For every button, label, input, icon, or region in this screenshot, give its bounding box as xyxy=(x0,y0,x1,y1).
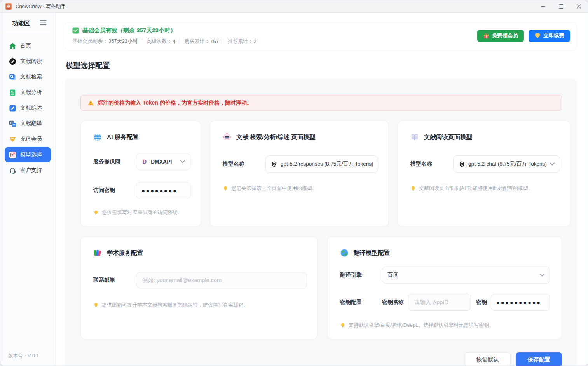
gift-icon xyxy=(483,33,489,39)
minimize-icon[interactable] xyxy=(534,0,552,12)
engine-value: 百度 xyxy=(387,272,398,279)
globe-icon xyxy=(93,133,102,141)
sidebar-item-label: 文献阅读 xyxy=(20,58,42,65)
page-model-select[interactable]: gpt-5.2-responses (8.75元/百万 Tokens) xyxy=(265,155,378,173)
engine-label: 翻译引擎 xyxy=(340,272,382,279)
reading-model-value: gpt-5.2-chat (8.75元/百万 Tokens) xyxy=(468,160,547,167)
sidebar-item-search[interactable]: 文献检索 xyxy=(5,69,51,85)
openai-logo-icon xyxy=(271,161,277,167)
pen-circle-icon xyxy=(9,58,16,65)
sidebar-item-model-select[interactable]: AI 模型选择 xyxy=(5,147,51,162)
sidebar-item-vip[interactable]: VIP 充值会员 xyxy=(5,131,51,147)
openai-logo-icon xyxy=(459,161,465,167)
reset-default-button[interactable]: 恢复默认 xyxy=(465,352,511,366)
renew-button[interactable]: 立即续费 xyxy=(529,30,570,42)
sidebar-item-home[interactable]: 首页 xyxy=(5,38,51,54)
access-key-masked-value: ●●●●●●●● xyxy=(141,187,185,194)
free-membership-label: 免费领会员 xyxy=(492,32,518,39)
check-icon xyxy=(72,27,79,34)
sidebar-item-review[interactable]: 文献综述 xyxy=(5,100,51,116)
chevron-down-icon xyxy=(540,274,544,277)
stat-separator xyxy=(180,39,180,44)
svg-text:AI: AI xyxy=(13,152,15,154)
sidebar-item-analysis[interactable]: 文献分析 xyxy=(5,85,51,100)
diamond-icon xyxy=(534,33,541,38)
reading-model-select[interactable]: gpt-5.2-chat (8.75元/百万 Tokens) xyxy=(453,155,560,173)
sidebar-item-translate[interactable]: G文 文献翻译 xyxy=(5,116,51,131)
dmxapi-logo-icon: D xyxy=(141,159,148,165)
sidebar-item-label: 充值会员 xyxy=(20,136,42,143)
svg-text:文: 文 xyxy=(12,123,15,126)
svg-text:D: D xyxy=(143,159,147,165)
page-model-value: gpt-5.2-responses (8.75元/百万 Tokens) xyxy=(281,160,373,167)
model-name-label: 模型名称 xyxy=(410,160,453,167)
vip-badge-icon: VIP xyxy=(9,135,16,143)
maximize-icon[interactable] xyxy=(552,0,570,12)
hint-text: 您仅需填写对应提供商的访问密钥。 xyxy=(102,209,183,216)
model-name-label: 模型名称 xyxy=(223,160,265,167)
svg-text:VIP: VIP xyxy=(10,137,14,139)
page-model-card: 文献 检索/分析/综述 页面模型 模型名称 gpt-5.2-responses … xyxy=(210,121,389,227)
books-icon xyxy=(93,249,102,257)
provider-label: 服务提供商 xyxy=(93,158,136,165)
card-title: 翻译模型配置 xyxy=(354,249,390,257)
warning-icon xyxy=(87,100,94,106)
stat-label: 基础会员剩余： xyxy=(72,38,108,45)
sidebar-item-label: 首页 xyxy=(20,42,31,49)
sidebar-item-support[interactable]: 客户支持 xyxy=(5,162,51,178)
membership-stats: 基础会员剩余：357天23小时 高级次数：4 购买累计：157 推荐累计：2 xyxy=(72,38,256,45)
card-title: 文献阅读页面模型 xyxy=(424,133,472,141)
key-name-label: 密钥名称 xyxy=(382,299,404,306)
hint-text: 文献阅读页面“问问AI”功能将使用此处配置的模型。 xyxy=(419,185,533,192)
sidebar-item-label: 模型选择 xyxy=(20,151,42,158)
stat-value: 357天23小时 xyxy=(108,38,138,45)
doc-edit-icon xyxy=(9,104,16,112)
secret-key-masked-value: ●●●●●●●●●● xyxy=(496,299,544,306)
main-content: 基础会员有效（剩余 357天23小时） 基础会员剩余：357天23小时 高级次数… xyxy=(56,13,588,366)
stat-separator xyxy=(142,39,142,44)
translate-icon: G文 xyxy=(9,120,16,127)
provider-value: DMXAPI xyxy=(151,159,172,165)
list-menu-icon[interactable] xyxy=(40,20,47,27)
headset-icon xyxy=(9,166,16,174)
secret-key-input[interactable]: ●●●●●●●●●● xyxy=(491,294,550,311)
bulb-icon xyxy=(223,186,228,192)
ai-service-card: AI 服务配置 服务提供商 D DMXAPI xyxy=(80,121,201,227)
model-ai-icon: AI xyxy=(9,151,16,159)
renew-label: 立即续费 xyxy=(543,32,564,39)
hint-text: 提供邮箱可提升学术文献检索服务的稳定性，建议填写真实邮箱。 xyxy=(102,302,248,308)
academic-service-card: 学术服务配置 联系邮箱 提供邮箱可提升学术文献检索服务的稳定性，建议填写真实邮箱… xyxy=(80,237,318,339)
membership-status-text: 基础会员有效（剩余 357天23小时） xyxy=(82,27,176,34)
page-title: 模型选择配置 xyxy=(66,61,577,71)
free-membership-button[interactable]: 免费领会员 xyxy=(477,30,524,42)
price-warning-banner: 标注的价格为输入 Token 的价格，为官方实时价格，随时浮动。 xyxy=(80,95,562,111)
stat-value: 157 xyxy=(210,38,219,44)
app-window: ChowChow · 写作助手 功能区 xyxy=(0,0,588,366)
warning-text: 标注的价格为输入 Token 的价格，为官方实时价格，随时浮动。 xyxy=(98,99,252,106)
stat-label: 推荐累计： xyxy=(228,38,253,45)
bulb-icon xyxy=(410,186,416,192)
sidebar-item-label: 客户支持 xyxy=(20,167,42,174)
chevron-down-icon xyxy=(550,162,555,166)
access-key-label: 访问密钥 xyxy=(93,187,136,194)
email-field[interactable] xyxy=(136,272,307,288)
secret-label: 密钥 xyxy=(476,299,487,306)
stat-value: 4 xyxy=(173,38,175,44)
stat-label: 购买累计： xyxy=(184,38,209,45)
sidebar-item-label: 文献分析 xyxy=(20,89,42,96)
stat-separator xyxy=(223,39,223,44)
doc-analysis-icon xyxy=(9,89,16,96)
appid-field[interactable] xyxy=(408,294,471,311)
chevron-down-icon xyxy=(180,160,185,163)
hint-text: 支持默认引擎/百度/腾讯/DeepL。选择默认引擎时无需填写密钥。 xyxy=(349,322,494,329)
engine-select[interactable]: 百度 xyxy=(382,267,550,284)
access-key-input[interactable]: ●●●●●●●● xyxy=(136,182,190,199)
membership-banner: 基础会员有效（剩余 357天23小时） 基础会员剩余：357天23小时 高级次数… xyxy=(65,22,577,50)
provider-select[interactable]: D DMXAPI xyxy=(136,153,190,170)
app-logo-icon xyxy=(5,3,12,10)
version-label: 版本号：V 0.1 xyxy=(8,353,39,359)
card-title: AI 服务配置 xyxy=(107,133,139,141)
save-config-button[interactable]: 保存配置 xyxy=(516,352,562,366)
close-icon[interactable] xyxy=(570,0,588,12)
sidebar-item-reading[interactable]: 文献阅读 xyxy=(5,54,51,69)
